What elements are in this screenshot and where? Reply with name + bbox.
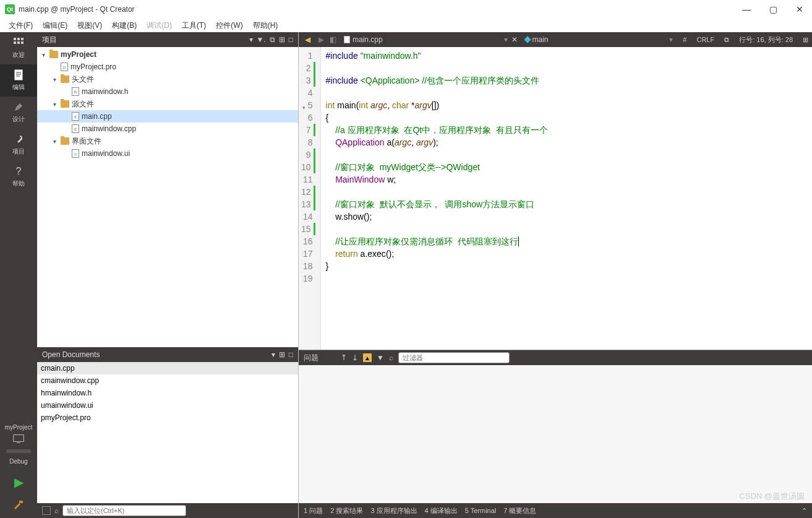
line-number[interactable]: 3 xyxy=(301,74,315,87)
tree-row[interactable]: ▾头文件 xyxy=(37,73,298,85)
indent-status[interactable]: # xyxy=(683,36,686,43)
link-icon[interactable]: ⧉ xyxy=(270,35,275,44)
line-number[interactable]: 12 xyxy=(301,186,315,198)
minimize-button[interactable]: — xyxy=(738,3,754,15)
expand-arrow-icon[interactable]: ▾ xyxy=(51,101,58,108)
code-line[interactable]: return a.exec(); xyxy=(326,248,548,260)
line-number[interactable]: 9 xyxy=(301,149,315,161)
bottom-tab[interactable]: 7 概要信息 xyxy=(503,506,536,516)
menu-item[interactable]: 调试(D) xyxy=(143,19,176,32)
file-tab[interactable]: main.cpp xyxy=(340,35,387,44)
warning-icon[interactable]: ▲ xyxy=(363,353,372,362)
code-line[interactable]: //让应用程序对象仅需消息循环 代码阻塞到这行 xyxy=(326,235,548,248)
code-line[interactable] xyxy=(326,149,548,161)
locator-input[interactable] xyxy=(62,505,186,516)
bottom-tab[interactable]: 4 编译输出 xyxy=(425,506,458,516)
line-number[interactable]: 19 xyxy=(301,272,315,285)
menu-item[interactable]: 工具(T) xyxy=(178,19,210,32)
tree-row[interactable]: umainwindow.ui xyxy=(37,147,298,160)
line-number[interactable]: 18 xyxy=(301,260,315,272)
expand-arrow-icon[interactable]: ▾ xyxy=(40,51,47,58)
code-line[interactable] xyxy=(326,186,548,198)
menu-item[interactable]: 帮助(H) xyxy=(249,19,282,32)
tree-row[interactable]: ▾界面文件 xyxy=(37,135,298,147)
open-doc-item[interactable]: hmainwindow.h xyxy=(37,387,298,399)
dropdown-icon[interactable]: ▾ xyxy=(504,35,508,44)
line-ending-status[interactable]: CRLF xyxy=(696,36,714,43)
close-tab-icon[interactable]: ✕ xyxy=(511,35,518,44)
bookmark-icon[interactable]: ◧ xyxy=(330,35,336,44)
encoding-icon[interactable]: ⧉ xyxy=(724,36,729,44)
bottom-tab[interactable]: 5 Terminal xyxy=(465,507,497,514)
close-button[interactable]: ✕ xyxy=(792,3,807,15)
dropdown-icon[interactable]: ▾ xyxy=(669,35,673,44)
open-doc-item[interactable]: umainwindow.ui xyxy=(37,399,298,412)
add-icon[interactable]: ⊞ xyxy=(279,350,285,359)
line-number[interactable]: 2 xyxy=(301,62,315,74)
nav-icon[interactable]: ⤒ xyxy=(341,353,347,362)
code-line[interactable]: } xyxy=(326,260,548,272)
menu-item[interactable]: 视图(V) xyxy=(74,19,106,32)
rail-kit-selector[interactable]: myProject Debug xyxy=(0,419,37,470)
tree-row[interactable]: ▾源文件 xyxy=(37,98,298,110)
code-line[interactable] xyxy=(326,87,548,99)
code-line[interactable] xyxy=(326,62,548,74)
rail-edit[interactable]: 编辑 xyxy=(0,64,37,97)
code-line[interactable]: #include <QApplication> //包含一个应用程序类的头文件 xyxy=(326,74,548,87)
collapse-icon[interactable]: ⌃ xyxy=(801,507,807,515)
rail-run[interactable]: ▶ xyxy=(0,470,37,494)
code-line[interactable]: { xyxy=(326,111,548,124)
line-number[interactable]: 4 xyxy=(301,87,315,99)
line-number[interactable]: 8 xyxy=(301,136,315,149)
expand-arrow-icon[interactable]: ▾ xyxy=(51,76,58,83)
locator-button[interactable] xyxy=(42,506,51,515)
rail-design[interactable]: 设计 xyxy=(0,97,37,129)
line-number[interactable]: ▾5 xyxy=(301,99,315,111)
filter-icon[interactable]: ▼. xyxy=(257,35,266,44)
maximize-button[interactable]: ▢ xyxy=(766,3,781,15)
line-number[interactable]: 7 xyxy=(301,124,315,136)
expand-arrow-icon[interactable]: ▾ xyxy=(51,138,58,145)
code-line[interactable]: w.show(); xyxy=(326,210,548,223)
code-line[interactable]: MainWindow w; xyxy=(326,173,548,186)
code-line[interactable]: //a 应用程序对象 在Qt中，应用程序对象 有且只有一个 xyxy=(326,124,548,136)
code-line[interactable]: int main(int argc, char *argv[]) xyxy=(326,99,548,111)
code-line[interactable]: //窗口对象 myWidget父类-->QWidget xyxy=(326,161,548,173)
line-number[interactable]: 10 xyxy=(301,161,315,173)
code-line[interactable]: #include "mainwindow.h" xyxy=(326,50,548,62)
open-doc-item[interactable]: cmainwindow.cpp xyxy=(37,374,298,387)
dropdown-icon[interactable]: ▾ xyxy=(249,35,253,44)
menu-item[interactable]: 构建(B) xyxy=(108,19,140,32)
line-number[interactable]: 11 xyxy=(301,173,315,186)
code-line[interactable]: //窗口对象 默认不会显示， 调用show方法显示窗口 xyxy=(326,198,548,210)
project-tree[interactable]: ▾myProjectpmyProject.pro▾头文件hmainwindow.… xyxy=(37,47,298,347)
rail-build[interactable] xyxy=(0,494,37,518)
code-line[interactable] xyxy=(326,223,548,235)
symbol-tab[interactable]: main xyxy=(521,35,552,44)
line-number[interactable]: 17 xyxy=(301,248,315,260)
split-view-icon[interactable]: ⊞ xyxy=(803,36,808,44)
tree-row[interactable]: cmainwindow.cpp xyxy=(37,123,298,135)
issues-body[interactable] xyxy=(299,365,812,503)
split-icon[interactable]: □ xyxy=(289,350,293,359)
code-area[interactable]: #include "mainwindow.h" #include <QAppli… xyxy=(321,47,553,350)
nav-back-button[interactable]: ◀ xyxy=(302,35,312,44)
line-gutter[interactable]: 1234▾5678910111213141516171819 xyxy=(299,47,321,350)
line-number[interactable]: 6 xyxy=(301,111,315,124)
rail-help[interactable]: ? 帮助 xyxy=(0,161,37,193)
code-editor[interactable]: 1234▾5678910111213141516171819 #include … xyxy=(299,47,812,350)
dropdown-icon[interactable]: ▾ xyxy=(271,350,275,359)
bottom-tab[interactable]: 1 问题 xyxy=(304,506,323,516)
line-number[interactable]: 14 xyxy=(301,210,315,223)
tree-row[interactable]: ▾myProject xyxy=(37,48,298,61)
add-icon[interactable]: ⊞ xyxy=(279,35,285,44)
filter-icon[interactable]: ▼ xyxy=(377,353,384,362)
code-line[interactable] xyxy=(326,272,548,285)
nav-icon[interactable]: ⤓ xyxy=(352,353,358,362)
tree-row[interactable]: cmain.cpp xyxy=(37,110,298,123)
line-number[interactable]: 15 xyxy=(301,223,315,235)
tree-row[interactable]: hmainwindow.h xyxy=(37,85,298,98)
menu-item[interactable]: 编辑(E) xyxy=(39,19,71,32)
menu-item[interactable]: 控件(W) xyxy=(212,19,246,32)
line-number[interactable]: 1 xyxy=(301,50,315,62)
